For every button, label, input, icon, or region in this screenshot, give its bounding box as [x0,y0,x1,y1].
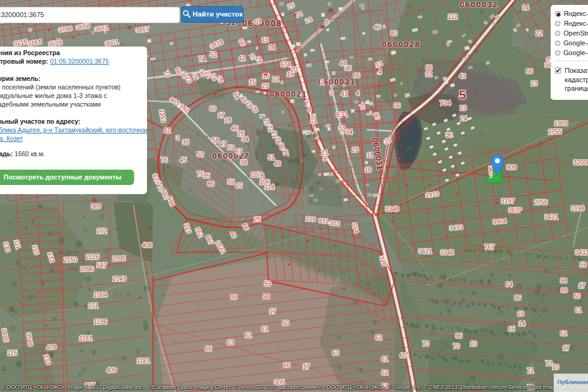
svg-text:4: 4 [378,69,382,75]
svg-text:62: 62 [560,330,567,337]
svg-text:60: 60 [282,320,289,326]
svg-text:64: 64 [505,281,513,288]
svg-text:23: 23 [262,83,269,89]
svg-text:17: 17 [562,345,570,352]
svg-text:46: 46 [374,24,381,31]
svg-text:18: 18 [364,167,372,173]
svg-text:29: 29 [352,146,359,153]
svg-text:3431: 3431 [545,214,559,221]
svg-text:10: 10 [552,364,559,371]
svg-text:17: 17 [303,363,310,370]
svg-text:66: 66 [205,345,212,352]
svg-text:62: 62 [381,369,388,376]
svg-text:60: 60 [573,293,581,300]
svg-text:3: 3 [176,135,179,141]
svg-text:9: 9 [323,156,326,162]
svg-text:115: 115 [7,350,17,356]
svg-text:547: 547 [97,262,107,269]
svg-text:8: 8 [307,107,311,113]
svg-text:66: 66 [393,102,401,109]
svg-text:3433: 3433 [449,224,464,232]
svg-text:70: 70 [453,343,460,350]
svg-text:60: 60 [399,352,407,359]
svg-text:24: 24 [460,115,467,122]
svg-text:61: 61 [261,326,268,333]
svg-text:4: 4 [356,90,360,97]
svg-text:85: 85 [203,173,210,179]
svg-text:22: 22 [535,30,543,37]
svg-text:0600008: 0600008 [242,18,282,28]
svg-text:11: 11 [311,118,317,124]
svg-text:10: 10 [470,341,477,347]
svg-text:2756: 2756 [534,199,548,206]
svg-text:767: 767 [484,244,495,251]
svg-text:63: 63 [332,350,339,356]
svg-text:1196: 1196 [94,318,107,325]
svg-text:66: 66 [353,72,360,79]
svg-text:86: 86 [514,295,521,301]
svg-text:86: 86 [207,181,214,187]
svg-text:76: 76 [160,157,168,164]
svg-text:23: 23 [530,80,538,87]
svg-text:909: 909 [507,164,517,171]
svg-text:35: 35 [182,139,189,146]
svg-text:674: 674 [281,61,291,68]
svg-text:23: 23 [459,105,467,111]
svg-text:229: 229 [306,215,317,222]
svg-text:3: 3 [330,89,333,96]
svg-text:5: 5 [459,88,466,102]
svg-text:98: 98 [560,277,567,284]
svg-text:14: 14 [522,4,529,11]
svg-text:32: 32 [425,71,432,78]
svg-text:48: 48 [274,160,281,167]
svg-text:2: 2 [320,79,324,86]
svg-text:3431: 3431 [418,248,432,255]
svg-text:2150: 2150 [64,257,78,263]
svg-text:2755: 2755 [548,129,562,135]
svg-text:36: 36 [445,132,453,138]
svg-text:32000: 32000 [573,159,588,166]
svg-text:14: 14 [518,320,526,327]
svg-text:409: 409 [107,367,117,374]
svg-text:70: 70 [422,341,429,347]
svg-text:61: 61 [381,356,388,363]
svg-text:63: 63 [227,339,234,346]
svg-text:1181: 1181 [79,335,92,342]
svg-text:0600028: 0600028 [382,40,420,49]
svg-text:17: 17 [269,308,276,315]
svg-text:3348: 3348 [440,249,454,256]
svg-text:8: 8 [325,19,328,26]
svg-text:66: 66 [283,362,290,369]
svg-text:66: 66 [425,64,432,71]
svg-text:3904: 3904 [492,217,507,225]
svg-text:59: 59 [264,281,271,287]
svg-text:17: 17 [578,282,586,289]
svg-text:99: 99 [230,294,238,301]
svg-text:303: 303 [330,219,341,227]
svg-text:0600021: 0600021 [270,89,307,99]
svg-text:43: 43 [459,73,466,80]
svg-text:272: 272 [97,228,107,235]
svg-text:3197: 3197 [501,198,515,205]
svg-text:22: 22 [272,76,279,83]
svg-text:13: 13 [262,37,269,43]
svg-text:80: 80 [390,30,398,37]
svg-text:59: 59 [227,145,235,151]
svg-text:58: 58 [212,137,219,144]
svg-text:38: 38 [240,159,247,166]
svg-text:931: 931 [318,217,330,224]
svg-text:42: 42 [238,55,246,62]
svg-text:2095: 2095 [112,255,126,262]
svg-text:1064: 1064 [94,292,108,298]
svg-text:408: 408 [142,242,153,249]
svg-text:34: 34 [241,136,249,143]
svg-text:3679: 3679 [508,207,522,214]
svg-text:18: 18 [224,117,232,124]
svg-text:45: 45 [179,157,187,164]
svg-text:66: 66 [526,68,533,75]
svg-text:17: 17 [217,112,225,119]
svg-text:15: 15 [249,79,256,86]
svg-text:3198: 3198 [571,205,585,212]
svg-text:271: 271 [88,303,99,309]
svg-text:71: 71 [527,368,534,374]
